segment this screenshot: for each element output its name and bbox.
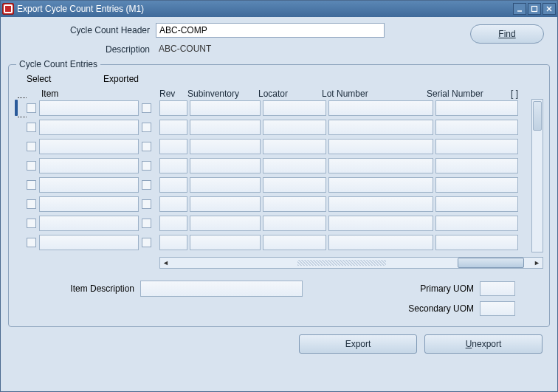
item-cell[interactable] — [39, 158, 139, 173]
col-overflow-label[interactable]: [ ] — [509, 89, 520, 99]
select-checkbox[interactable] — [27, 238, 36, 247]
serial-cell[interactable] — [435, 216, 518, 231]
unexport-button[interactable]: Unexport — [424, 334, 542, 354]
item-cell[interactable] — [39, 139, 139, 154]
exported-checkbox[interactable] — [142, 142, 151, 151]
rev-cell[interactable] — [159, 196, 187, 212]
locator-cell[interactable] — [263, 100, 326, 116]
exported-checkbox[interactable] — [142, 123, 151, 132]
lot-cell[interactable] — [328, 216, 433, 231]
serial-cell[interactable] — [435, 100, 518, 116]
vertical-scrollbar[interactable] — [531, 99, 543, 252]
horizontal-scrollbar[interactable]: ◄ ► — [159, 257, 543, 269]
close-button[interactable] — [542, 3, 556, 15]
exported-checkbox[interactable] — [142, 161, 151, 171]
select-checkbox[interactable] — [27, 161, 36, 171]
scroll-left-icon[interactable]: ◄ — [160, 258, 171, 268]
export-button[interactable]: Export — [299, 334, 417, 354]
locator-cell[interactable] — [263, 120, 326, 135]
subinventory-cell[interactable] — [190, 139, 261, 154]
lot-cell[interactable] — [328, 139, 433, 154]
maximize-button[interactable] — [528, 3, 541, 15]
item-description-label: Item Description — [15, 283, 140, 294]
col-lot-label: Lot Number — [322, 89, 427, 99]
lot-cell[interactable] — [328, 100, 433, 116]
lot-cell[interactable] — [328, 235, 433, 250]
titlebar: Export Cycle Count Entries (M1) — [1, 1, 557, 17]
subinventory-cell[interactable] — [190, 196, 261, 212]
lot-cell[interactable] — [328, 196, 433, 212]
item-description-field[interactable] — [140, 281, 303, 297]
subinventory-cell[interactable] — [190, 235, 261, 250]
export-cycle-count-window: Export Cycle Count Entries (M1) Cycle Co… — [0, 0, 558, 392]
secondary-uom-label: Secondary UOM — [303, 303, 480, 314]
exported-checkbox[interactable] — [142, 219, 151, 228]
item-cell[interactable] — [39, 235, 139, 250]
locator-cell[interactable] — [263, 158, 326, 173]
serial-cell[interactable] — [435, 139, 518, 154]
lot-cell[interactable] — [328, 158, 433, 173]
minimize-button[interactable] — [513, 3, 526, 15]
find-button[interactable]: Find — [470, 24, 544, 44]
select-checkbox[interactable] — [27, 180, 36, 190]
primary-uom-field[interactable] — [480, 281, 515, 296]
rev-cell[interactable] — [159, 177, 187, 193]
subinventory-cell[interactable] — [190, 216, 261, 231]
subinventory-cell[interactable] — [190, 120, 261, 135]
serial-cell[interactable] — [435, 120, 518, 135]
rev-cell[interactable] — [159, 158, 187, 173]
scroll-right-icon[interactable]: ► — [531, 258, 542, 268]
locator-cell[interactable] — [263, 196, 326, 212]
select-checkbox[interactable] — [27, 103, 36, 113]
cycle-count-header-label: Cycle Count Header — [8, 25, 156, 35]
col-subinventory-label: Subinventory — [187, 89, 258, 99]
locator-cell[interactable] — [263, 235, 326, 250]
locator-cell[interactable] — [263, 139, 326, 154]
subinventory-cell[interactable] — [190, 177, 261, 193]
serial-cell[interactable] — [435, 196, 518, 212]
item-cell[interactable] — [39, 100, 139, 116]
serial-cell[interactable] — [435, 235, 518, 250]
locator-cell[interactable] — [263, 177, 326, 193]
col-select-label: Select — [27, 74, 51, 84]
col-serial-label: Serial Number — [427, 89, 509, 99]
select-checkbox[interactable] — [27, 219, 36, 228]
item-cell[interactable] — [39, 177, 139, 193]
row-cursor-icon — [15, 100, 18, 116]
item-cell[interactable] — [39, 216, 139, 231]
select-checkbox[interactable] — [27, 123, 36, 132]
subinventory-cell[interactable] — [190, 158, 261, 173]
lot-cell[interactable] — [328, 120, 433, 135]
serial-cell[interactable] — [435, 158, 518, 173]
col-locator-label: Locator — [258, 89, 322, 99]
locator-cell[interactable] — [263, 216, 326, 231]
exported-checkbox[interactable] — [142, 103, 151, 113]
exported-checkbox[interactable] — [142, 180, 151, 190]
secondary-uom-field[interactable] — [480, 301, 515, 316]
item-cell[interactable] — [39, 120, 139, 135]
subinventory-cell[interactable] — [190, 100, 261, 116]
window-title: Export Cycle Count Entries (M1) — [17, 4, 513, 14]
exported-checkbox[interactable] — [142, 199, 151, 209]
item-cell[interactable] — [39, 196, 139, 212]
rev-cell[interactable] — [159, 100, 187, 116]
lot-cell[interactable] — [328, 177, 433, 193]
svg-rect-1 — [532, 7, 537, 12]
rev-cell[interactable] — [159, 120, 187, 135]
description-label: Description — [8, 44, 156, 55]
exported-checkbox[interactable] — [142, 238, 151, 247]
oracle-icon — [2, 3, 14, 15]
col-item-label: Item — [41, 89, 58, 99]
rev-cell[interactable] — [159, 216, 187, 231]
select-checkbox[interactable] — [27, 199, 36, 209]
rev-cell[interactable] — [159, 235, 187, 250]
cycle-count-header-input[interactable] — [156, 23, 385, 38]
col-exported-label: Exported — [103, 74, 139, 84]
primary-uom-label: Primary UOM — [303, 283, 480, 294]
cycle-count-entries-fieldset: Cycle Count Entries Select Exported Item — [8, 64, 550, 327]
serial-cell[interactable] — [435, 177, 518, 193]
select-checkbox[interactable] — [27, 142, 36, 151]
col-rev-label: Rev — [159, 89, 187, 99]
fieldset-legend: Cycle Count Entries — [16, 59, 100, 69]
rev-cell[interactable] — [159, 139, 187, 154]
